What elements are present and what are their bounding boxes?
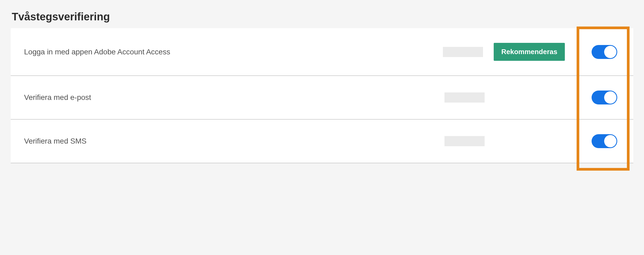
section-title: Tvåstegsverifiering: [11, 11, 633, 23]
toggle-adobe-app[interactable]: [592, 45, 617, 59]
toggle-sms[interactable]: [592, 134, 617, 148]
setting-row-sms: Verifiera med SMS: [11, 119, 633, 163]
placeholder-block: [443, 47, 483, 57]
setting-label: Logga in med appen Adobe Account Access: [24, 48, 443, 56]
recommended-badge: Rekommenderas: [494, 43, 565, 61]
setting-row-adobe-app: Logga in med appen Adobe Account Access …: [11, 28, 633, 76]
setting-label: Verifiera med e-post: [24, 93, 444, 102]
toggle-email[interactable]: [592, 91, 617, 104]
setting-label: Verifiera med SMS: [24, 137, 444, 145]
settings-panel: Logga in med appen Adobe Account Access …: [11, 28, 633, 163]
setting-row-email: Verifiera med e-post: [11, 76, 633, 119]
placeholder-block: [444, 136, 485, 146]
placeholder-block: [444, 92, 485, 103]
